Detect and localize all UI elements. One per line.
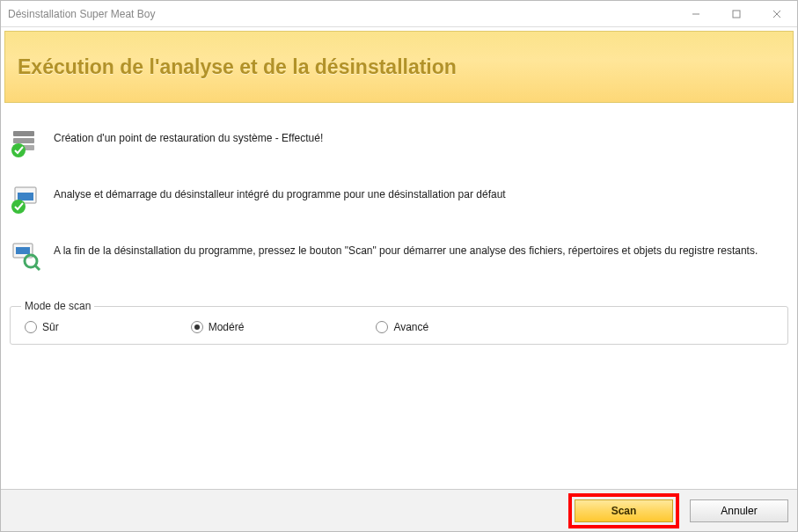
radio-safe-indicator — [25, 321, 37, 333]
svg-rect-1 — [733, 11, 740, 18]
window-title: Désinstallation Super Meat Boy — [8, 8, 676, 20]
scan-magnifier-icon — [10, 240, 41, 272]
cancel-button[interactable]: Annuler — [690, 499, 788, 522]
svg-point-7 — [11, 143, 26, 157]
scan-mode-group: Mode de scan Sûr Modéré Avancé — [10, 300, 788, 345]
radio-advanced-label: Avancé — [393, 321, 428, 333]
server-check-icon — [10, 128, 41, 159]
step-restore-point-text: Création d'un point de restauration du s… — [54, 128, 788, 146]
wizard-footer: Scan Annuler — [1, 489, 797, 531]
scan-mode-legend: Mode de scan — [21, 300, 94, 312]
window-controls — [676, 1, 797, 26]
uninstall-wizard-window: Désinstallation Super Meat Boy Exécution… — [0, 0, 798, 532]
radio-advanced-indicator — [376, 321, 388, 333]
svg-rect-12 — [16, 247, 30, 254]
radio-safe-label: Sûr — [42, 321, 59, 333]
monitor-check-icon — [10, 184, 41, 215]
minimize-button[interactable] — [676, 1, 716, 26]
svg-rect-9 — [18, 193, 33, 200]
step-uninstaller: Analyse et démarrage du désinstalleur in… — [10, 171, 788, 228]
titlebar: Désinstallation Super Meat Boy — [1, 1, 797, 27]
step-uninstaller-text: Analyse et démarrage du désinstalleur in… — [54, 184, 788, 202]
scan-button[interactable]: Scan — [575, 499, 673, 522]
wizard-content: Création d'un point de restauration du s… — [1, 106, 797, 489]
close-button[interactable] — [757, 1, 797, 26]
svg-rect-4 — [13, 131, 34, 136]
radio-advanced[interactable]: Avancé — [376, 321, 428, 333]
radio-moderate[interactable]: Modéré — [191, 321, 245, 333]
maximize-button[interactable] — [716, 1, 757, 26]
svg-point-10 — [11, 200, 26, 214]
radio-moderate-indicator — [191, 321, 203, 333]
wizard-header: Exécution de l'analyse et de la désinsta… — [4, 31, 794, 103]
svg-rect-5 — [13, 138, 34, 143]
step-scan-prompt-text: A la fin de la désinstallation du progra… — [54, 240, 788, 259]
radio-moderate-label: Modéré — [209, 321, 245, 333]
scan-button-highlight: Scan — [568, 493, 679, 528]
scan-mode-options: Sûr Modéré Avancé — [21, 321, 777, 333]
step-restore-point: Création d'un point de restauration du s… — [10, 115, 788, 171]
svg-line-14 — [35, 266, 40, 270]
wizard-heading: Exécution de l'analyse et de la désinsta… — [18, 55, 457, 79]
radio-safe[interactable]: Sûr — [25, 321, 59, 333]
step-scan-prompt: A la fin de la désinstallation du progra… — [10, 228, 788, 284]
